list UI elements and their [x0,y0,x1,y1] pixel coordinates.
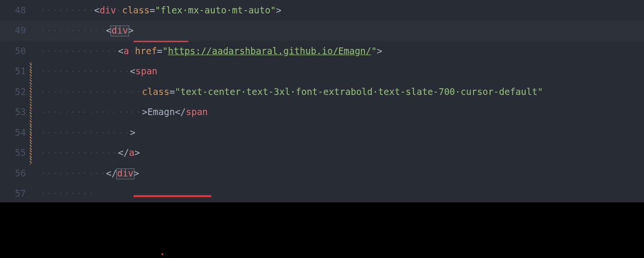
line-number: 50 [0,47,30,56]
code-editor[interactable]: 48 ·········<div·class="flex·mx-auto·mt-… [0,0,644,202]
code-content[interactable]: ·············</a> [30,148,140,157]
code-line[interactable]: 55 ·············</a> [0,143,644,164]
url-link[interactable]: https://aadarshbaral.github.io/Emagn/ [168,47,371,56]
code-line[interactable]: 54 ···············> [0,122,644,143]
code-content[interactable]: ········· [30,189,94,198]
code-content[interactable]: ·················class="text-center·text… [30,87,543,96]
code-content[interactable]: ···············<span [30,67,158,76]
code-content[interactable]: ···········<div> [30,26,134,35]
line-number: 52 [0,87,30,96]
code-content[interactable]: ·················>Emagn</span [30,107,208,117]
code-content[interactable]: ·············<a·href="https://aadarshbar… [30,47,382,56]
line-number: 51 [0,67,30,76]
match-highlight: div [117,169,134,178]
line-number: 49 [0,26,30,35]
code-line[interactable]: 51 ···············<span [0,61,644,82]
line-number: 57 [0,189,30,198]
code-line[interactable]: 53 ·················>Emagn</span [0,102,644,123]
line-number: 53 [0,107,30,117]
code-content[interactable]: ···············> [30,128,135,137]
error-dot-icon [161,253,163,255]
code-line[interactable]: 48 ·········<div·class="flex·mx-auto·mt-… [0,0,644,21]
match-highlight: div [111,26,128,35]
line-number: 54 [0,128,30,137]
line-number: 56 [0,169,30,178]
code-line[interactable]: 52 ·················class="text-center·t… [0,82,644,102]
code-content[interactable]: ·········<div·class="flex·mx-auto·mt-aut… [30,6,281,15]
code-line-active[interactable]: 49 ···········<div> [0,21,644,41]
code-line[interactable]: 56 ···········</div> [0,163,644,184]
code-line[interactable]: 57 ········· [0,184,644,204]
code-content[interactable]: ···········</div> [30,169,139,178]
code-line[interactable]: 50 ·············<a·href="https://aadarsh… [0,41,644,61]
line-number: 48 [0,6,30,15]
line-number: 55 [0,148,30,157]
